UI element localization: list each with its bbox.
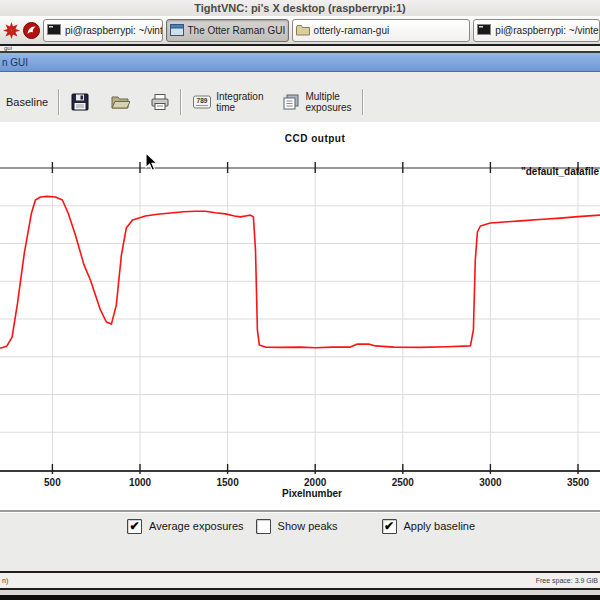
show-peaks-option[interactable]: Show peaks <box>256 519 338 534</box>
taskbar-button-terminal-2[interactable]: pi@raspberrypi: ~/vinter/o... <box>473 19 600 42</box>
window-icon <box>170 24 184 36</box>
svg-text:1500: 1500 <box>216 477 239 488</box>
launcher-app-icon[interactable] <box>23 22 40 39</box>
folder-icon <box>296 24 310 36</box>
apply-baseline-checkbox[interactable]: ✔ <box>382 519 397 534</box>
open-button[interactable] <box>106 91 134 113</box>
vnc-viewer-window: TightVNC: pi's X desktop (raspberrypi:1) <box>0 0 600 600</box>
chart-title: CCD output <box>15 133 600 144</box>
status-bar: n) Free space: 3.9 GiB <box>0 573 600 588</box>
multiple-exposures-button[interactable]: Multiple exposures <box>277 89 355 115</box>
taskbar-button-label: pi@raspberrypi: ~/vinter/o... <box>495 25 600 36</box>
baseline-button[interactable]: Baseline <box>2 94 52 110</box>
chart-legend: "default_datafile <box>521 166 599 177</box>
integration-time-icon: 789 <box>192 93 212 111</box>
integration-time-button[interactable]: 789 Integration time <box>188 89 267 115</box>
status-left-text: n) <box>2 577 8 584</box>
save-button[interactable] <box>66 91 94 113</box>
show-peaks-label: Show peaks <box>278 520 338 532</box>
print-button[interactable] <box>146 91 174 113</box>
apply-baseline-label: Apply baseline <box>404 520 476 532</box>
average-exposures-checkbox[interactable]: ✔ <box>127 519 142 534</box>
starburst-launcher-icon[interactable] <box>3 22 20 39</box>
taskbar-button-terminal-1[interactable]: pi@raspberrypi: ~/vinter/o... <box>43 19 163 42</box>
average-exposures-label: Average exposures <box>149 520 244 532</box>
printer-icon <box>150 93 170 111</box>
average-exposures-option[interactable]: ✔ Average exposures <box>127 519 244 534</box>
multiple-exposures-label: Multiple exposures <box>305 91 351 113</box>
panel-separator <box>0 510 600 513</box>
taskbar-button-file-manager[interactable]: otterly-raman-gui <box>292 19 471 42</box>
toolbar-separator <box>362 89 364 115</box>
taskbar-button-raman-gui[interactable]: The Otter Raman GUI <box>166 19 289 42</box>
bottom-edge <box>0 595 600 600</box>
taskbar-button-label: pi@raspberrypi: ~/vinter/o... <box>65 25 163 36</box>
svg-text:500: 500 <box>44 477 61 488</box>
toolbar-separator <box>180 89 182 115</box>
svg-text:2000: 2000 <box>304 477 327 488</box>
app-window-titlebar[interactable]: n GUI <box>0 53 600 72</box>
svg-text:3000: 3000 <box>479 477 502 488</box>
vnc-window-title: TightVNC: pi's X desktop (raspberrypi:1) <box>0 0 600 16</box>
show-peaks-checkbox[interactable] <box>256 519 271 534</box>
multiple-exposures-icon <box>281 93 301 111</box>
apply-baseline-option[interactable]: ✔ Apply baseline <box>382 519 476 534</box>
svg-text:1000: 1000 <box>129 477 152 488</box>
svg-text:2500: 2500 <box>392 477 415 488</box>
ccd-output-chart: 500100015002000250030003500 CCD output "… <box>0 122 600 510</box>
integration-time-label: Integration time <box>216 91 263 113</box>
options-panel: ✔ Average exposures Show peaks ✔ Apply b… <box>0 517 600 535</box>
save-floppy-icon <box>70 93 90 111</box>
baseline-button-label: Baseline <box>6 96 48 108</box>
terminal-icon <box>47 24 61 36</box>
svg-text:789: 789 <box>197 97 208 104</box>
svg-text:3500: 3500 <box>567 477 590 488</box>
free-space-text: Free space: 3.9 GiB <box>536 577 598 584</box>
open-folder-icon <box>110 93 130 111</box>
app-toolbar: Baseline <box>0 86 600 118</box>
taskbar: pi@raspberrypi: ~/vinter/o... The Otter … <box>0 16 600 44</box>
terminal-icon <box>477 24 491 36</box>
toolbar-separator <box>58 89 60 115</box>
chart-x-axis-label: Pixelnumber <box>12 488 600 499</box>
chart-plot-area: 500100015002000250030003500 <box>0 122 600 510</box>
taskbar-button-label: The Otter Raman GUI <box>188 25 286 36</box>
taskbar-button-label: otterly-raman-gui <box>314 25 390 36</box>
